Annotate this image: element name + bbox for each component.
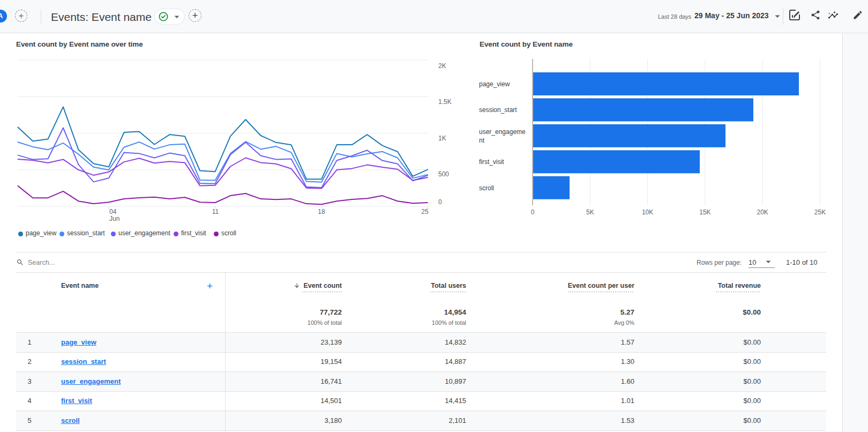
svg-text:25: 25 bbox=[421, 208, 429, 215]
svg-text:1.5K: 1.5K bbox=[438, 98, 452, 106]
svg-text:0: 0 bbox=[531, 208, 535, 216]
svg-text:500: 500 bbox=[438, 170, 449, 178]
svg-text:10K: 10K bbox=[642, 208, 653, 216]
svg-text:11: 11 bbox=[212, 208, 219, 215]
svg-text:0: 0 bbox=[438, 198, 442, 206]
svg-text:18: 18 bbox=[318, 208, 325, 215]
svg-text:5K: 5K bbox=[586, 208, 594, 216]
svg-text:2K: 2K bbox=[438, 62, 446, 70]
svg-text:04: 04 bbox=[109, 208, 117, 215]
svg-text:20K: 20K bbox=[757, 208, 768, 216]
svg-text:1K: 1K bbox=[438, 135, 446, 142]
svg-text:Jun: Jun bbox=[109, 215, 119, 222]
svg-text:25K: 25K bbox=[814, 208, 826, 216]
svg-text:15K: 15K bbox=[699, 208, 710, 216]
